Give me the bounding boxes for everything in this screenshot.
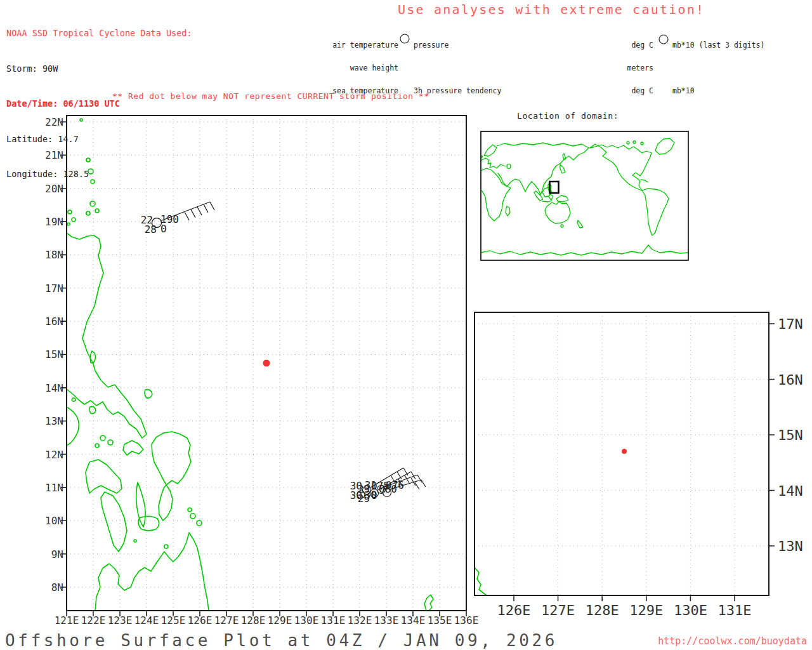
main-map-y-axis-label: 11N xyxy=(45,481,63,493)
main-map-y-axis-label: 21N xyxy=(45,149,63,161)
zoom-inset-x-axis-label: 128E xyxy=(586,602,619,618)
header-source-line: NOAA SSD Tropical Cyclone Data Used: xyxy=(6,27,192,39)
world-inset-border xyxy=(481,131,688,260)
main-map-y-axis-label: 17N xyxy=(45,282,63,294)
main-map-x-axis-label: 128E xyxy=(241,614,266,627)
main-map-y-axis-label: 9N xyxy=(51,548,63,560)
legend-units-right-col: mb*10 (last 3 digits) . mb*10 xyxy=(672,26,764,110)
main-map-y-axis-label: 16N xyxy=(45,315,63,328)
legend-unit-mb10: mb*10 xyxy=(672,87,764,95)
main-map-x-axis-label: 130E xyxy=(294,614,319,627)
storm-position-warning: ** Red dot below may NOT represent CURRE… xyxy=(112,91,429,101)
zoom-inset-map xyxy=(475,312,775,601)
station-circle-icon xyxy=(400,34,409,43)
main-map-x-axis-label: 124E xyxy=(134,614,159,627)
station-pressure: 076 xyxy=(386,479,404,491)
station-sea-temp: 30 xyxy=(365,489,377,501)
legend-unit-degc-1: deg C xyxy=(590,41,653,49)
station-tendency: 0 xyxy=(160,223,167,235)
main-map-y-axis-label: 14N xyxy=(45,381,63,394)
main-map-x-axis-label: 135E xyxy=(428,614,452,627)
legend-unit-mb10-digits: mb*10 (last 3 digits) xyxy=(672,41,764,49)
zoom-inset-y-axis-label: 17N xyxy=(778,316,803,332)
main-map-x-axis-label: 129E xyxy=(268,614,292,627)
zoom-inset-y-axis-label: 15N xyxy=(778,427,803,443)
legend-units-left-col: deg C meters deg C xyxy=(590,26,653,110)
world-inset-title: Location of domain: xyxy=(517,111,619,121)
main-map-x-axis-label: 136E xyxy=(454,614,479,627)
main-map-y-axis-label: 13N xyxy=(45,415,63,427)
header-longitude: Longitude: 128.5 xyxy=(6,168,192,180)
zoom-inset-x-axis-label: 129E xyxy=(629,602,663,618)
main-map-y-axis-label: 15N xyxy=(45,348,63,361)
station-circle-icon xyxy=(659,35,668,44)
main-map-x-axis-label: 121E xyxy=(55,614,79,627)
legend-wave-height: wave height xyxy=(303,64,398,72)
plot-title: Offshore Surface Plot at 04Z / JAN 09, 2… xyxy=(5,631,558,650)
zoom-inset-y-axis-label: 13N xyxy=(778,538,803,554)
zoom-inset-y-axis-label: 14N xyxy=(778,482,803,498)
storm-dot-inset xyxy=(622,449,627,454)
main-map-x-axis-label: 125E xyxy=(161,614,186,627)
main-map-y-axis-label: 10N xyxy=(45,515,63,527)
main-map-x-axis-label: 132E xyxy=(348,614,372,627)
main-map-x-axis-label: 131E xyxy=(321,614,346,627)
legend-unit-degc-2: deg C xyxy=(590,87,653,95)
zoom-inset-y-axis-label: 16N xyxy=(778,371,803,387)
zoom-inset-x-axis-label: 130E xyxy=(674,602,707,618)
main-map-y-axis-label: 8N xyxy=(51,581,63,593)
offshore-surface-plot-page: NOAA SSD Tropical Cyclone Data Used: Sto… xyxy=(0,0,812,650)
main-map-y-axis-label: 19N xyxy=(45,216,63,228)
legend-air-temperature: air temperature xyxy=(303,41,398,49)
buoydata-url-link[interactable]: http://coolwx.com/buoydata xyxy=(658,635,807,647)
main-map-x-axis-label: 126E xyxy=(188,614,213,627)
world-coastlines xyxy=(481,138,689,255)
zoom-inset-ticks xyxy=(514,324,775,601)
main-map-y-axis-label: 22N xyxy=(45,116,63,128)
main-map-x-axis-label: 133E xyxy=(374,614,399,627)
legend-unit-meters: meters xyxy=(590,64,653,72)
world-inset-map xyxy=(481,131,689,260)
main-map-x-axis-label: 123E xyxy=(108,614,133,627)
station-sea-temp: 28 xyxy=(145,223,157,235)
legend-pressure: pressure xyxy=(414,41,501,49)
main-map-x-axis-label: 134E xyxy=(401,614,426,627)
main-map-y-axis-label: 12N xyxy=(45,448,63,460)
zoom-inset-grid xyxy=(475,312,769,595)
header-latitude: Latitude: 14.7 xyxy=(6,133,192,145)
zoom-inset-x-axis-label: 131E xyxy=(718,602,752,618)
main-map-y-axis-label: 20N xyxy=(45,182,63,194)
main-map-y-axis-label: 18N xyxy=(45,249,63,261)
main-map-x-axis-label: 122E xyxy=(81,614,106,627)
storm-dot-main xyxy=(263,360,270,367)
caution-headline: Use analyses with extreme caution! xyxy=(398,2,705,17)
zoom-inset-x-axis-label: 127E xyxy=(541,602,575,618)
header-block: NOAA SSD Tropical Cyclone Data Used: Sto… xyxy=(6,4,192,204)
zoom-inset-x-axis-label: 126E xyxy=(497,602,531,618)
zoom-inset-border xyxy=(475,312,769,595)
zoom-inset-coastline xyxy=(475,567,487,595)
main-map-x-axis-label: 127E xyxy=(214,614,239,627)
header-storm: Storm: 90W xyxy=(6,63,192,75)
